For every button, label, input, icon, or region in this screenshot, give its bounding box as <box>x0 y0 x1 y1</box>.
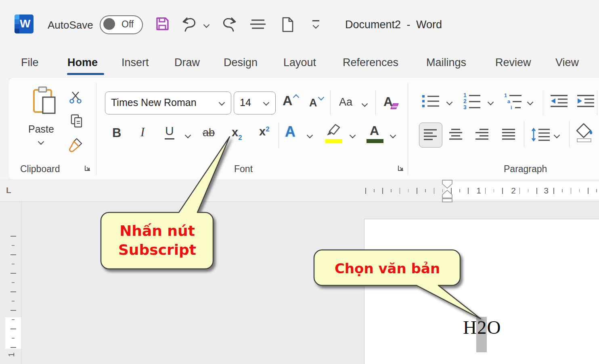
font-name-combo[interactable]: Times New Roman <box>105 92 231 114</box>
separator <box>524 121 524 148</box>
font-dialog-launcher-icon[interactable] <box>397 164 405 172</box>
text-before-selection: H <box>463 317 477 338</box>
superscript-x-glyph: x <box>259 125 266 138</box>
save-icon[interactable] <box>155 16 170 31</box>
font-size-value: 14 <box>240 97 251 108</box>
font-group-label: Font <box>234 164 253 175</box>
undo-icon[interactable] <box>181 16 199 33</box>
highlight-color-icon[interactable] <box>325 123 343 138</box>
text-after-selection: O <box>487 317 501 338</box>
active-tab-underline <box>67 73 104 75</box>
change-case-button[interactable]: Aa <box>339 96 352 108</box>
group-separator <box>408 83 408 175</box>
clear-formatting-eraser-icon <box>391 103 399 109</box>
superscript-2-glyph: 2 <box>266 125 269 133</box>
cut-icon[interactable] <box>69 90 82 104</box>
font-name-value: Times New Roman <box>111 97 197 108</box>
vertical-ruler-number: 1 <box>6 350 16 360</box>
font-size-combo[interactable]: 14 <box>234 92 276 114</box>
quick-access-lines-icon[interactable] <box>250 19 266 31</box>
grow-font-button[interactable]: A <box>283 93 293 108</box>
selected-text: 2 <box>477 317 487 338</box>
bold-button[interactable]: B <box>112 126 121 140</box>
tab-draw[interactable]: Draw <box>174 56 200 69</box>
format-painter-icon[interactable] <box>67 138 83 153</box>
font-color-button[interactable]: A <box>370 123 379 138</box>
left-indent-marker <box>442 199 452 202</box>
separator <box>330 90 331 115</box>
word-logo-letter: W <box>20 17 30 30</box>
tab-layout[interactable]: Layout <box>283 56 316 69</box>
subscript-x-glyph: x <box>232 126 238 139</box>
autosave-toggle[interactable]: Off <box>100 15 143 34</box>
ruler-number: 2 <box>509 185 518 196</box>
align-left-button[interactable] <box>419 123 442 148</box>
tab-view[interactable]: View <box>555 56 579 69</box>
superscript-button[interactable]: x2 <box>259 125 270 138</box>
line-spacing-icon[interactable] <box>531 127 551 142</box>
highlight-color-bar <box>325 139 342 143</box>
tab-home[interactable]: Home <box>67 56 98 69</box>
separator <box>375 90 376 115</box>
svg-text:i: i <box>511 104 512 110</box>
font-color-bar <box>367 139 383 143</box>
ruler-number: 3 <box>541 185 551 196</box>
shrink-font-button[interactable]: A <box>309 97 317 109</box>
group-separator <box>96 83 96 175</box>
numbering-icon[interactable]: 1 2 3 <box>463 92 481 110</box>
ruler-ticks <box>12 245 15 364</box>
separator <box>597 90 597 115</box>
left-gutter <box>0 78 9 179</box>
indent-markers[interactable] <box>442 179 453 202</box>
subscript-2-glyph: 2 <box>238 134 242 141</box>
align-right-icon[interactable] <box>475 128 489 140</box>
bullets-icon[interactable] <box>421 94 440 109</box>
first-line-indent-marker <box>442 180 452 188</box>
new-document-icon[interactable] <box>281 17 295 33</box>
svg-text:2: 2 <box>463 98 467 104</box>
decrease-indent-icon[interactable] <box>550 94 568 109</box>
tab-review[interactable]: Review <box>495 56 531 69</box>
vertical-ruler-border <box>21 202 22 364</box>
tab-references[interactable]: References <box>343 56 398 69</box>
align-center-icon[interactable] <box>449 128 463 140</box>
word-logo-bands <box>15 15 19 33</box>
text-effects-button[interactable]: A <box>285 123 295 140</box>
autosave-state: Off <box>121 19 134 30</box>
paragraph-group-label: Paragraph <box>504 164 547 175</box>
paste-icon[interactable] <box>32 86 57 115</box>
tab-design[interactable]: Design <box>224 56 258 69</box>
svg-text:1: 1 <box>463 92 467 98</box>
clipboard-group-label: Clipboard <box>20 164 60 175</box>
copy-icon[interactable] <box>69 114 84 128</box>
shading-icon[interactable] <box>575 123 593 143</box>
multilevel-list-icon[interactable]: 1 a i <box>504 92 522 110</box>
toggle-knob-icon <box>103 18 115 30</box>
subscript-button[interactable]: x2 <box>232 126 242 139</box>
separator <box>543 90 543 115</box>
tab-insert[interactable]: Insert <box>121 56 149 69</box>
strikethrough-button[interactable]: ab <box>203 127 215 139</box>
align-left-icon <box>423 129 437 141</box>
svg-text:1: 1 <box>504 92 507 98</box>
italic-button[interactable]: I <box>140 125 145 139</box>
word-window: W AutoSave Off Document2 - Word File Hom… <box>0 0 599 364</box>
font-size-chevron-icon[interactable] <box>263 100 270 106</box>
tab-stop-selector[interactable]: L <box>6 185 11 195</box>
justify-icon[interactable] <box>502 128 515 140</box>
separator <box>569 121 570 148</box>
redo-icon[interactable] <box>220 16 237 33</box>
font-name-chevron-icon[interactable] <box>219 100 225 106</box>
underline-button[interactable]: U <box>165 124 174 139</box>
ruler-number: 1 <box>474 185 484 196</box>
separator <box>279 123 279 148</box>
document-text[interactable]: H2O <box>463 318 501 337</box>
word-logo: W <box>15 15 34 33</box>
tab-file[interactable]: File <box>21 56 39 69</box>
paste-label[interactable]: Paste <box>25 123 57 135</box>
window-title: Document2 - Word <box>345 19 442 31</box>
autosave-label: AutoSave <box>48 19 93 31</box>
tab-mailings[interactable]: Mailings <box>426 56 466 69</box>
increase-indent-icon[interactable] <box>576 94 595 109</box>
clipboard-dialog-launcher-icon[interactable] <box>84 164 92 172</box>
